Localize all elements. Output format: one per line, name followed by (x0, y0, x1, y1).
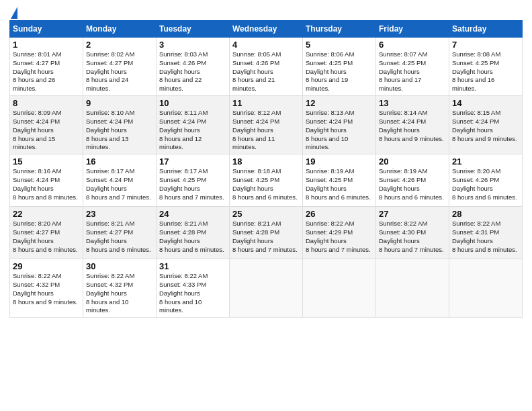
cell-content: Sunrise: 8:10 AMSunset: 4:24 PMDaylight … (86, 109, 153, 152)
day-number: 18 (232, 156, 300, 167)
week-row-1: 1Sunrise: 8:01 AMSunset: 4:27 PMDaylight… (10, 38, 523, 96)
day-cell: 26Sunrise: 8:22 AMSunset: 4:29 PMDayligh… (303, 207, 376, 259)
day-cell: 18Sunrise: 8:18 AMSunset: 4:25 PMDayligh… (230, 154, 303, 207)
day-cell (449, 259, 523, 318)
cell-content: Sunrise: 8:20 AMSunset: 4:27 PMDaylight … (13, 220, 80, 254)
week-row-5: 29Sunrise: 8:22 AMSunset: 4:32 PMDayligh… (10, 259, 523, 318)
day-cell: 5Sunrise: 8:06 AMSunset: 4:25 PMDaylight… (303, 38, 376, 96)
day-cell: 7Sunrise: 8:08 AMSunset: 4:25 PMDaylight… (449, 38, 523, 96)
day-number: 17 (159, 156, 226, 167)
day-number: 16 (86, 156, 153, 167)
day-number: 20 (379, 156, 446, 167)
header-cell-monday: Monday (83, 21, 157, 38)
cell-content: Sunrise: 8:22 AMSunset: 4:30 PMDaylight … (379, 220, 446, 254)
week-row-4: 22Sunrise: 8:20 AMSunset: 4:27 PMDayligh… (10, 207, 523, 259)
cell-content: Sunrise: 8:22 AMSunset: 4:32 PMDaylight … (13, 272, 80, 306)
day-number: 22 (13, 209, 80, 219)
cell-content: Sunrise: 8:17 AMSunset: 4:24 PMDaylight … (86, 167, 153, 201)
day-cell: 17Sunrise: 8:17 AMSunset: 4:25 PMDayligh… (157, 154, 230, 207)
day-number: 2 (86, 40, 153, 50)
cell-content: Sunrise: 8:15 AMSunset: 4:24 PMDaylight … (452, 109, 519, 143)
cell-content: Sunrise: 8:08 AMSunset: 4:25 PMDaylight … (452, 50, 519, 93)
day-cell: 1Sunrise: 8:01 AMSunset: 4:27 PMDaylight… (10, 38, 83, 96)
day-number: 5 (306, 40, 373, 50)
day-cell: 23Sunrise: 8:21 AMSunset: 4:27 PMDayligh… (83, 207, 157, 259)
cell-content: Sunrise: 8:19 AMSunset: 4:25 PMDaylight … (306, 167, 373, 201)
cell-content: Sunrise: 8:17 AMSunset: 4:25 PMDaylight … (159, 167, 226, 201)
cell-content: Sunrise: 8:03 AMSunset: 4:26 PMDaylight … (159, 50, 226, 93)
header-cell-tuesday: Tuesday (157, 21, 230, 38)
day-number: 25 (232, 209, 300, 219)
day-cell: 24Sunrise: 8:21 AMSunset: 4:28 PMDayligh… (157, 207, 230, 259)
day-number: 11 (232, 98, 300, 108)
day-cell: 16Sunrise: 8:17 AMSunset: 4:24 PMDayligh… (83, 154, 157, 207)
header-cell-friday: Friday (376, 21, 449, 38)
day-cell: 21Sunrise: 8:20 AMSunset: 4:26 PMDayligh… (449, 154, 523, 207)
cell-content: Sunrise: 8:14 AMSunset: 4:24 PMDaylight … (379, 109, 446, 143)
cell-content: Sunrise: 8:19 AMSunset: 4:26 PMDaylight … (379, 167, 446, 201)
header-cell-wednesday: Wednesday (230, 21, 303, 38)
day-cell: 6Sunrise: 8:07 AMSunset: 4:25 PMDaylight… (376, 38, 449, 96)
day-cell (303, 259, 376, 318)
day-cell: 12Sunrise: 8:13 AMSunset: 4:24 PMDayligh… (303, 96, 376, 154)
cell-content: Sunrise: 8:06 AMSunset: 4:25 PMDaylight … (306, 50, 373, 93)
day-number: 19 (306, 156, 373, 167)
cell-content: Sunrise: 8:20 AMSunset: 4:26 PMDaylight … (452, 167, 519, 201)
logo (9, 7, 17, 16)
day-number: 7 (452, 40, 519, 50)
day-cell: 2Sunrise: 8:02 AMSunset: 4:27 PMDaylight… (83, 38, 157, 96)
cell-content: Sunrise: 8:16 AMSunset: 4:24 PMDaylight … (13, 167, 80, 201)
day-cell: 25Sunrise: 8:21 AMSunset: 4:28 PMDayligh… (230, 207, 303, 259)
day-number: 31 (159, 261, 226, 271)
header (9, 7, 523, 16)
day-number: 12 (306, 98, 373, 108)
day-cell: 30Sunrise: 8:22 AMSunset: 4:32 PMDayligh… (83, 259, 157, 318)
day-number: 21 (452, 156, 519, 167)
day-cell: 28Sunrise: 8:22 AMSunset: 4:31 PMDayligh… (449, 207, 523, 259)
day-cell: 14Sunrise: 8:15 AMSunset: 4:24 PMDayligh… (449, 96, 523, 154)
day-number: 9 (86, 98, 153, 108)
cell-content: Sunrise: 8:01 AMSunset: 4:27 PMDaylight … (13, 50, 80, 93)
calendar-header: SundayMondayTuesdayWednesdayThursdayFrid… (10, 21, 523, 38)
cell-content: Sunrise: 8:11 AMSunset: 4:24 PMDaylight … (159, 109, 226, 152)
day-number: 3 (159, 40, 226, 50)
cell-content: Sunrise: 8:07 AMSunset: 4:25 PMDaylight … (379, 50, 446, 93)
day-number: 4 (232, 40, 300, 50)
day-number: 23 (86, 209, 153, 219)
day-cell: 13Sunrise: 8:14 AMSunset: 4:24 PMDayligh… (376, 96, 449, 154)
week-row-3: 15Sunrise: 8:16 AMSunset: 4:24 PMDayligh… (10, 154, 523, 207)
day-number: 6 (379, 40, 446, 50)
day-cell: 4Sunrise: 8:05 AMSunset: 4:26 PMDaylight… (230, 38, 303, 96)
header-cell-thursday: Thursday (303, 21, 376, 38)
day-cell: 19Sunrise: 8:19 AMSunset: 4:25 PMDayligh… (303, 154, 376, 207)
cell-content: Sunrise: 8:18 AMSunset: 4:25 PMDaylight … (232, 167, 300, 201)
day-cell: 9Sunrise: 8:10 AMSunset: 4:24 PMDaylight… (83, 96, 157, 154)
day-number: 27 (379, 209, 446, 219)
day-cell (376, 259, 449, 318)
day-cell: 8Sunrise: 8:09 AMSunset: 4:24 PMDaylight… (10, 96, 83, 154)
day-number: 29 (13, 261, 80, 271)
day-cell: 27Sunrise: 8:22 AMSunset: 4:30 PMDayligh… (376, 207, 449, 259)
day-cell (230, 259, 303, 318)
page-container: SundayMondayTuesdayWednesdayThursdayFrid… (0, 0, 532, 324)
day-number: 30 (86, 261, 153, 271)
logo-triangle-icon (11, 7, 17, 19)
week-row-2: 8Sunrise: 8:09 AMSunset: 4:24 PMDaylight… (10, 96, 523, 154)
cell-content: Sunrise: 8:02 AMSunset: 4:27 PMDaylight … (86, 50, 153, 93)
header-cell-sunday: Sunday (10, 21, 83, 38)
cell-content: Sunrise: 8:22 AMSunset: 4:31 PMDaylight … (452, 220, 519, 254)
day-cell: 15Sunrise: 8:16 AMSunset: 4:24 PMDayligh… (10, 154, 83, 207)
day-number: 28 (452, 209, 519, 219)
cell-content: Sunrise: 8:09 AMSunset: 4:24 PMDaylight … (13, 109, 80, 152)
header-cell-saturday: Saturday (449, 21, 523, 38)
day-cell: 22Sunrise: 8:20 AMSunset: 4:27 PMDayligh… (10, 207, 83, 259)
cell-content: Sunrise: 8:21 AMSunset: 4:27 PMDaylight … (86, 220, 153, 254)
cell-content: Sunrise: 8:22 AMSunset: 4:29 PMDaylight … (306, 220, 373, 254)
day-number: 1 (13, 40, 80, 50)
day-number: 26 (306, 209, 373, 219)
day-number: 15 (13, 156, 80, 167)
day-cell: 20Sunrise: 8:19 AMSunset: 4:26 PMDayligh… (376, 154, 449, 207)
cell-content: Sunrise: 8:12 AMSunset: 4:24 PMDaylight … (232, 109, 300, 152)
day-cell: 29Sunrise: 8:22 AMSunset: 4:32 PMDayligh… (10, 259, 83, 318)
cell-content: Sunrise: 8:22 AMSunset: 4:32 PMDaylight … (86, 272, 153, 315)
